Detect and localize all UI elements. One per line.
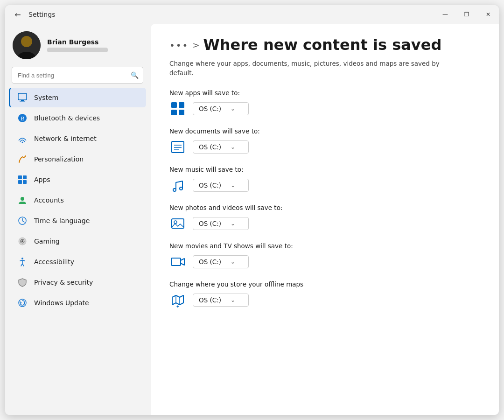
docs-save-value: OS (C:) [199, 143, 221, 151]
user-info: Brian Burgess [47, 38, 108, 52]
apps-save-value: OS (C:) [199, 105, 221, 112]
svg-point-1 [21, 36, 32, 47]
svg-rect-9 [18, 175, 22, 179]
save-item-apps: New apps will save to: OS (C:) ⌄ [169, 89, 480, 117]
settings-window: ← Settings — ❐ ✕ Brian Burgess [5, 5, 499, 415]
svg-point-18 [21, 258, 23, 259]
breadcrumb: ••• > Where new content is saved [169, 37, 480, 53]
music-save-dropdown[interactable]: OS (C:) ⌄ [193, 179, 249, 192]
save-item-docs-label: New documents will save to: [169, 127, 480, 135]
save-item-movies-label: New movies and TV shows will save to: [169, 242, 480, 250]
save-item-photos-row: OS (C:) ⌄ [169, 215, 480, 232]
sidebar-item-accessibility[interactable]: Accessibility [9, 252, 146, 272]
svg-rect-22 [171, 110, 177, 115]
apps-icon [17, 175, 28, 185]
save-item-photos-label: New photos and videos will save to: [169, 204, 480, 211]
sidebar-item-apps[interactable]: Apps [9, 170, 146, 189]
sidebar-item-network-label: Network & internet [34, 135, 97, 142]
sidebar: Brian Burgess 🔍 System [5, 24, 150, 415]
main-content: Brian Burgess 🔍 System [5, 24, 499, 415]
save-item-music-label: New music will save to: [169, 166, 480, 173]
photos-save-dropdown[interactable]: OS (C:) ⌄ [193, 217, 249, 230]
sidebar-item-privacy[interactable]: Privacy & security [9, 273, 146, 292]
personalization-icon [17, 154, 28, 164]
svg-rect-12 [23, 180, 27, 184]
time-icon [17, 216, 28, 226]
movies-save-dropdown[interactable]: OS (C:) ⌄ [193, 255, 249, 268]
save-item-maps-row: OS (C:) ⌄ [169, 292, 480, 308]
save-item-movies: New movies and TV shows will save to: OS… [169, 242, 480, 270]
save-item-photos: New photos and videos will save to: OS (… [169, 204, 480, 232]
maps-save-dropdown[interactable]: OS (C:) ⌄ [193, 294, 249, 307]
svg-rect-11 [18, 180, 22, 184]
search-input[interactable] [12, 67, 143, 84]
maps-save-value: OS (C:) [199, 296, 221, 304]
sidebar-item-gaming[interactable]: Gaming [9, 231, 146, 251]
apps-save-icon [169, 100, 186, 117]
bluetooth-icon: B [17, 113, 28, 123]
photos-save-value: OS (C:) [199, 220, 221, 227]
sidebar-item-accounts-label: Accounts [34, 196, 64, 204]
privacy-icon [17, 277, 28, 287]
svg-text:B: B [21, 115, 25, 122]
network-icon [17, 133, 28, 144]
window-controls: — ❐ ✕ [434, 5, 499, 24]
sidebar-item-time[interactable]: Time & language [9, 211, 146, 231]
svg-point-17 [21, 240, 23, 242]
svg-rect-23 [179, 110, 184, 115]
save-item-music-row: OS (C:) ⌄ [169, 177, 480, 194]
sidebar-item-accounts[interactable]: Accounts [9, 190, 146, 210]
apps-dropdown-chevron: ⌄ [231, 105, 235, 112]
accounts-icon [17, 195, 28, 205]
sidebar-item-bluetooth[interactable]: B Bluetooth & devices [9, 108, 146, 128]
maps-save-icon [169, 292, 186, 308]
save-item-movies-row: OS (C:) ⌄ [169, 253, 480, 270]
apps-save-dropdown[interactable]: OS (C:) ⌄ [193, 102, 249, 115]
svg-rect-4 [21, 100, 24, 101]
music-save-icon [169, 177, 186, 194]
music-save-value: OS (C:) [199, 182, 221, 189]
music-dropdown-chevron: ⌄ [231, 182, 235, 189]
svg-point-31 [174, 221, 177, 224]
breadcrumb-sep: > [192, 40, 199, 50]
search-box[interactable]: 🔍 [12, 67, 143, 84]
sidebar-item-update-label: Windows Update [34, 299, 89, 307]
minimize-button[interactable]: — [434, 5, 456, 24]
sidebar-item-bluetooth-label: Bluetooth & devices [34, 114, 100, 122]
user-email [47, 48, 108, 52]
sidebar-item-personalization-label: Personalization [34, 155, 84, 163]
svg-rect-3 [18, 93, 27, 100]
save-item-apps-label: New apps will save to: [169, 89, 480, 97]
sidebar-item-personalization[interactable]: Personalization [9, 149, 146, 169]
user-name: Brian Burgess [47, 38, 108, 46]
svg-rect-5 [20, 101, 25, 102]
svg-point-8 [22, 142, 23, 143]
sidebar-item-system[interactable]: System [9, 88, 146, 107]
svg-point-28 [173, 189, 176, 191]
breadcrumb-dots: ••• [169, 40, 189, 51]
close-button[interactable]: ✕ [477, 5, 499, 24]
docs-save-dropdown[interactable]: OS (C:) ⌄ [193, 140, 249, 154]
docs-save-icon [169, 139, 186, 155]
photos-dropdown-chevron: ⌄ [231, 220, 235, 227]
svg-rect-24 [172, 141, 184, 153]
svg-rect-32 [171, 258, 181, 266]
save-item-docs-row: OS (C:) ⌄ [169, 139, 480, 155]
back-button[interactable]: ← [11, 7, 25, 21]
system-icon [17, 92, 28, 103]
movies-save-icon [169, 253, 186, 270]
svg-rect-10 [23, 175, 27, 179]
sidebar-item-accessibility-label: Accessibility [34, 258, 74, 266]
sidebar-item-privacy-label: Privacy & security [34, 279, 93, 286]
svg-rect-21 [179, 102, 184, 108]
search-icon: 🔍 [131, 71, 139, 79]
sidebar-item-update[interactable]: Windows Update [9, 293, 146, 313]
maximize-button[interactable]: ❐ [456, 5, 477, 24]
svg-rect-20 [171, 102, 177, 108]
sidebar-item-network[interactable]: Network & internet [9, 129, 146, 148]
content-area: ••• > Where new content is saved Change … [151, 24, 499, 415]
update-icon [17, 298, 28, 308]
accessibility-icon [17, 257, 28, 267]
sidebar-item-apps-label: Apps [34, 176, 50, 183]
movies-dropdown-chevron: ⌄ [231, 259, 235, 265]
